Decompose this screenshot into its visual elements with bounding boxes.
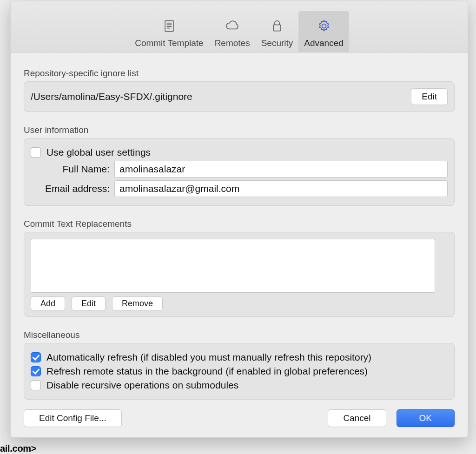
user-info-header: User information (24, 125, 455, 135)
tab-commit-template[interactable]: Commit Template (129, 11, 209, 52)
full-name-label: Full Name: (31, 164, 114, 175)
ignore-list-header: Repository-specific ignore list (24, 68, 455, 79)
cloud-icon (224, 18, 241, 34)
tab-label: Remotes (215, 38, 250, 48)
user-info-panel: Use global user settings Full Name: Emai… (24, 138, 455, 206)
replacements-header: Commit Text Replacements (24, 219, 455, 229)
replacements-panel: Add Edit Remove (24, 232, 455, 317)
lock-icon (269, 18, 285, 34)
use-global-checkbox[interactable] (31, 147, 41, 158)
ok-button[interactable]: OK (397, 409, 455, 427)
background-text-fragment: ail.com> (0, 443, 36, 454)
miscellaneous-panel: Automatically refresh (if disabled you m… (24, 343, 455, 400)
edit-config-button[interactable]: Edit Config File... (24, 409, 122, 427)
settings-toolbar: Commit Template Remotes Security Advance… (11, 1, 468, 53)
refresh-remote-checkbox[interactable] (31, 366, 41, 376)
full-name-input[interactable] (114, 161, 448, 178)
disable-recursive-label: Disable recursive operations on submodul… (46, 380, 238, 391)
ignore-path: /Users/amolina/Easy-SFDX/.gitignore (31, 91, 192, 102)
tab-label: Advanced (304, 38, 344, 48)
edit-ignore-button[interactable]: Edit (411, 88, 448, 105)
replacements-list[interactable] (31, 239, 435, 293)
tab-label: Security (261, 38, 293, 48)
add-replacement-button[interactable]: Add (31, 296, 65, 311)
use-global-label: Use global user settings (46, 147, 151, 158)
auto-refresh-checkbox[interactable] (31, 352, 41, 362)
settings-body: Repository-specific ignore list /Users/a… (11, 53, 468, 403)
tab-label: Commit Template (135, 38, 203, 48)
tab-remotes[interactable]: Remotes (209, 11, 256, 52)
disable-recursive-checkbox[interactable] (31, 380, 41, 390)
email-label: Email address: (31, 183, 114, 194)
svg-rect-5 (273, 25, 281, 31)
tab-advanced[interactable]: Advanced (298, 11, 349, 52)
tab-security[interactable]: Security (256, 11, 299, 52)
auto-refresh-label: Automatically refresh (if disabled you m… (46, 352, 371, 363)
email-input[interactable] (114, 180, 448, 197)
settings-window: Commit Template Remotes Security Advance… (10, 1, 468, 438)
refresh-remote-label: Refresh remote status in the background … (46, 366, 368, 377)
template-icon (161, 18, 178, 34)
remove-replacement-button[interactable]: Remove (112, 296, 163, 311)
miscellaneous-header: Miscellaneous (24, 330, 455, 340)
svg-point-6 (322, 24, 326, 28)
dialog-footer: Edit Config File... Cancel OK (11, 403, 468, 437)
cancel-button[interactable]: Cancel (328, 409, 386, 427)
ignore-list-panel: /Users/amolina/Easy-SFDX/.gitignore Edit (24, 81, 455, 112)
edit-replacement-button[interactable]: Edit (72, 296, 106, 311)
gear-icon (316, 18, 332, 34)
